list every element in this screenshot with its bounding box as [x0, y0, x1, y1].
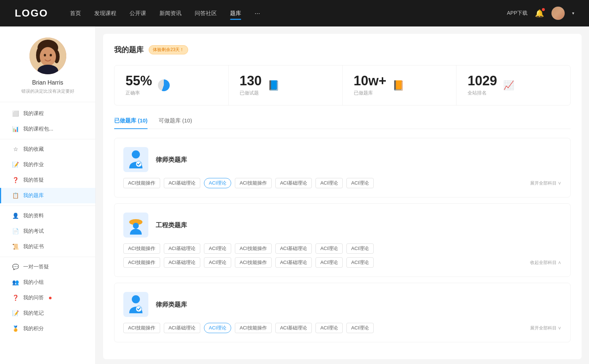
nav-more[interactable]: ··· [254, 10, 260, 17]
tag-l1-5[interactable]: ACI理论 [315, 178, 343, 188]
favorites-icon: ☆ [12, 146, 19, 153]
app-download-button[interactable]: APP下载 [507, 10, 528, 17]
sidebar-item-questions[interactable]: ❓ 我的答疑 [0, 172, 95, 188]
stat-banks-value: 10w+ [354, 74, 387, 88]
lawyer-icon-2 [123, 292, 148, 317]
sidebar-label-points: 我的积分 [23, 325, 44, 332]
nav-right: APP下载 🔔 ▾ [507, 7, 574, 20]
chart-red-icon: 📈 [502, 79, 515, 92]
sidebar-item-homework[interactable]: 📝 我的作业 [0, 157, 95, 172]
tag-e2-5[interactable]: ACI理论 [315, 257, 343, 268]
stat-banks-label: 已做题库 [354, 90, 387, 96]
sidebar-item-points[interactable]: 🏅 我的积分 [0, 321, 95, 336]
nav-qbank[interactable]: 题库 [230, 8, 241, 18]
sidebar-item-favorites[interactable]: ☆ 我的收藏 [0, 142, 95, 157]
tag-e2-1[interactable]: ACI基础理论 [164, 257, 201, 268]
stat-questions-done: 130 已做试题 📘 [229, 65, 343, 105]
tag-e-5[interactable]: ACI理论 [315, 243, 343, 254]
tag-l1-3[interactable]: ACI技能操作 [235, 178, 272, 188]
stat-questions-label: 已做试题 [240, 90, 262, 96]
tag-l1-6[interactable]: ACI理论 [346, 178, 374, 188]
lawyer-icon-1 [123, 147, 148, 172]
sidebar-item-tutoring[interactable]: 💬 一对一答疑 [0, 259, 95, 275]
qbank-header-lawyer-2: 律师类题库 [123, 292, 561, 317]
course-package-icon: 📊 [12, 126, 19, 132]
sidebar-item-notes[interactable]: 📝 我的笔记 [0, 306, 95, 321]
avatar[interactable] [551, 7, 565, 20]
sidebar-item-course[interactable]: ⬜ 我的课程 [0, 106, 95, 121]
nav-discover[interactable]: 发现课程 [94, 8, 116, 18]
chevron-down-icon[interactable]: ▾ [572, 11, 574, 16]
svg-point-12 [133, 223, 139, 229]
tag-l1-0[interactable]: ACI技能操作 [123, 178, 160, 188]
collapse-engineer[interactable]: 收起全部科目 ∧ [530, 260, 561, 266]
sidebar-item-certificate[interactable]: 📜 我的证书 [0, 239, 95, 254]
tag-l1-2[interactable]: ACI理论 [204, 178, 231, 188]
nav-home[interactable]: 首页 [70, 8, 81, 18]
tag-e-6[interactable]: ACI理论 [346, 243, 374, 254]
book-orange-icon: 📙 [392, 79, 405, 92]
tag-e-4[interactable]: ACI基础理论 [275, 243, 312, 254]
page-wrapper: Brian Harris 错误的决定比没有决定要好 ⬜ 我的课程 📊 我的课程包… [0, 0, 589, 364]
tag-l2-3[interactable]: ACI技能操作 [235, 323, 272, 333]
sidebar-label-qbank: 我的题库 [23, 192, 44, 199]
tag-l2-4[interactable]: ACI基础理论 [275, 323, 312, 333]
stat-accuracy-label: 正确率 [126, 90, 152, 96]
points-icon: 🏅 [12, 325, 19, 332]
sidebar-item-profile[interactable]: 👤 我的资料 [0, 208, 95, 224]
tag-e2-0[interactable]: ACI技能操作 [123, 257, 160, 268]
tab-done[interactable]: 已做题库 (10) [114, 117, 148, 129]
exam-icon: 📄 [12, 228, 19, 235]
sidebar-item-qbank[interactable]: 📋 我的题库 [0, 188, 95, 203]
sidebar-item-groups[interactable]: 👥 我的小组 [0, 275, 95, 290]
tutoring-icon: 💬 [12, 264, 19, 270]
nav-opencourse[interactable]: 公开课 [130, 8, 146, 18]
tab-available[interactable]: 可做题库 (10) [159, 117, 192, 129]
sidebar-label-course-package: 我的课程包... [23, 126, 53, 132]
tag-l1-1[interactable]: ACI基础理论 [164, 178, 201, 188]
nav-qa[interactable]: 问答社区 [195, 8, 217, 18]
sidebar-label-notes: 我的笔记 [23, 310, 44, 317]
tag-e-2[interactable]: ACI理论 [204, 243, 231, 254]
tag-e-1[interactable]: ACI基础理论 [164, 243, 201, 254]
tag-l2-6[interactable]: ACI理论 [346, 323, 374, 333]
qbank-icon: 📋 [12, 192, 19, 199]
tag-e-3[interactable]: ACI技能操作 [235, 243, 272, 254]
profile-icon: 👤 [12, 213, 19, 219]
sidebar-label-favorites: 我的收藏 [23, 146, 44, 153]
sidebar-item-my-qa[interactable]: ❓ 我的问答 [0, 290, 95, 306]
tag-l2-5[interactable]: ACI理论 [315, 323, 343, 333]
bell-icon[interactable]: 🔔 [535, 9, 544, 18]
avatar-illustration [29, 38, 66, 74]
tag-e-0[interactable]: ACI技能操作 [123, 243, 160, 254]
tags-row-lawyer-1: ACI技能操作 ACI基础理论 ACI理论 ACI技能操作 ACI基础理论 AC… [123, 178, 561, 188]
trial-badge: 体验剩余23天！ [149, 45, 188, 54]
tag-e2-3[interactable]: ACI技能操作 [235, 257, 272, 268]
tag-l1-4[interactable]: ACI基础理论 [275, 178, 312, 188]
sidebar-item-exam[interactable]: 📄 我的考试 [0, 224, 95, 239]
nav-news[interactable]: 新闻资讯 [159, 8, 181, 18]
tags-row-engineer-2: ACI技能操作 ACI基础理论 ACI理论 ACI技能操作 ACI基础理论 AC… [123, 257, 561, 268]
main-content: 我的题库 体验剩余23天！ 55% 正确率 [96, 26, 589, 364]
user-avatar [29, 38, 66, 74]
expand-lawyer-2[interactable]: 展开全部科目 ∨ [530, 325, 561, 331]
sidebar-profile: Brian Harris 错误的决定比没有决定要好 [0, 38, 95, 102]
sidebar-label-profile: 我的资料 [23, 213, 44, 219]
homework-icon: 📝 [12, 161, 19, 168]
stats-row: 55% 正确率 130 已做试题 📘 [114, 65, 571, 106]
sidebar-item-course-package[interactable]: 📊 我的课程包... [0, 121, 95, 137]
content-inner: 我的题库 体验剩余23天！ 55% 正确率 [103, 34, 582, 359]
pie-chart-icon [157, 79, 170, 92]
tag-l2-1[interactable]: ACI基础理论 [164, 323, 201, 333]
tag-l2-2[interactable]: ACI理论 [204, 323, 231, 333]
certificate-icon: 📜 [12, 243, 19, 250]
expand-lawyer-1[interactable]: 展开全部科目 ∨ [530, 180, 561, 186]
tabs-row: 已做题库 (10) 可做题库 (10) [114, 117, 571, 129]
tag-l2-0[interactable]: ACI技能操作 [123, 323, 160, 333]
tag-e2-2[interactable]: ACI理论 [204, 257, 231, 268]
page-title: 我的题库 [114, 45, 144, 55]
tag-e2-4[interactable]: ACI基础理论 [275, 257, 312, 268]
tag-e2-6[interactable]: ACI理论 [346, 257, 374, 268]
sidebar-label-questions: 我的答疑 [23, 177, 44, 183]
qbank-section-lawyer-2: 律师类题库 ACI技能操作 ACI基础理论 ACI理论 ACI技能操作 ACI基… [114, 283, 571, 342]
